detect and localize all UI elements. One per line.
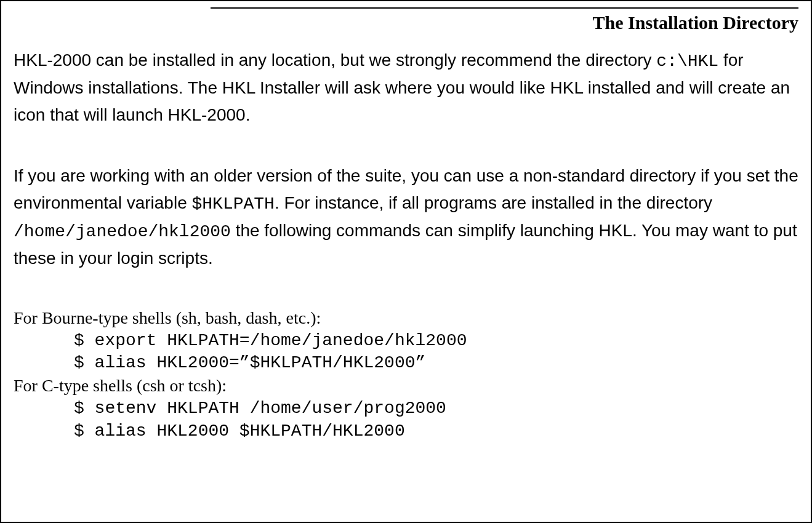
paragraph-2: If you are working with an older version… <box>14 162 798 272</box>
para2-text-2: . For instance, if all programs are inst… <box>275 193 712 212</box>
para1-text-1: HKL-2000 can be installed in any locatio… <box>14 50 656 70</box>
bourne-shell-heading: For Bourne-type shells (sh, bash, dash, … <box>14 306 798 330</box>
paragraph-1: HKL-2000 can be installed in any locatio… <box>14 47 798 128</box>
cshell-code-line-1: $ setenv HKLPATH /home/user/prog2000 <box>14 397 798 420</box>
title-rule-container: The Installation Directory <box>211 7 798 33</box>
para2-code-1: $HKLPATH <box>192 194 275 214</box>
bourne-code-line-2: $ alias HKL2000=”$HKLPATH/HKL2000” <box>14 352 798 374</box>
document-page: The Installation Directory HKL-2000 can … <box>0 0 812 523</box>
para2-code-2: /home/janedoe/hkl2000 <box>14 222 231 241</box>
shell-examples: For Bourne-type shells (sh, bash, dash, … <box>14 306 798 442</box>
cshell-heading: For C-type shells (csh or tcsh): <box>14 374 798 397</box>
section-title: The Installation Directory <box>211 12 798 33</box>
bourne-code-line-1: $ export HKLPATH=/home/janedoe/hkl2000 <box>14 330 798 352</box>
cshell-code-line-2: $ alias HKL2000 $HKLPATH/HKL2000 <box>14 420 798 442</box>
para1-code-1: c:\HKL <box>656 52 718 71</box>
